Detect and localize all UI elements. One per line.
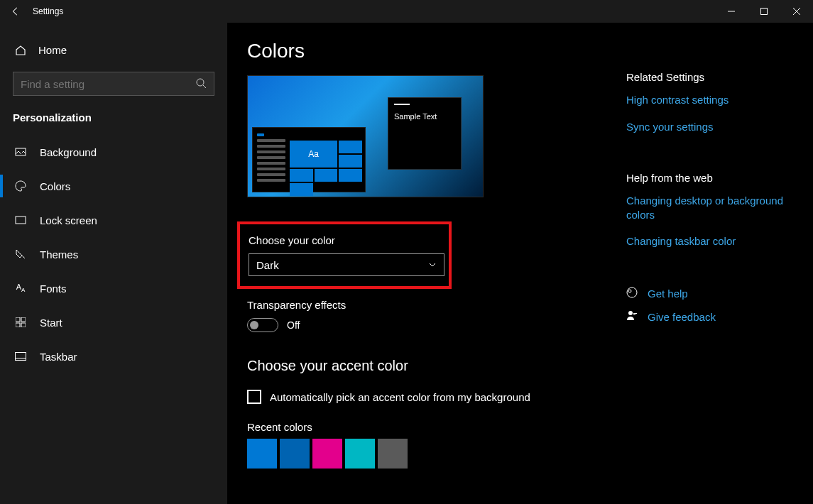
link-high-contrast[interactable]: High contrast settings [626, 93, 811, 107]
titlebar: Settings [0, 0, 813, 23]
svg-rect-11 [21, 323, 26, 327]
related-heading: Related Settings [626, 71, 811, 83]
svg-rect-17 [633, 313, 637, 314]
color-swatch[interactable] [312, 439, 342, 469]
sidebar-item-label: Start [40, 317, 62, 329]
chevron-down-icon [428, 259, 437, 271]
dropdown-value: Dark [256, 259, 279, 271]
color-swatch[interactable] [280, 439, 310, 469]
feedback-icon [626, 310, 638, 324]
color-mode-dropdown[interactable]: Dark [249, 253, 444, 276]
recent-colors [247, 439, 595, 469]
sidebar-item-label: Themes [40, 248, 78, 261]
theme-icon [14, 248, 27, 260]
search-box[interactable] [13, 72, 214, 96]
preview-aa: Aa [290, 141, 337, 168]
svg-point-15 [628, 290, 631, 292]
svg-rect-9 [21, 317, 26, 322]
help-icon [626, 287, 638, 300]
get-help-row[interactable]: Get help [626, 287, 811, 301]
auto-pick-checkbox[interactable] [247, 390, 261, 404]
transparency-toggle[interactable] [247, 318, 278, 332]
sidebar-item-fonts[interactable]: AA Fonts [0, 271, 227, 305]
feedback-row[interactable]: Give feedback [626, 310, 811, 324]
svg-rect-1 [761, 9, 768, 15]
sidebar-item-label: Taskbar [40, 351, 77, 363]
sidebar-item-label: Lock screen [40, 214, 97, 226]
link-sync[interactable]: Sync your settings [626, 120, 811, 134]
link-taskbar-color[interactable]: Changing taskbar color [626, 234, 811, 248]
maximize-button[interactable] [748, 0, 780, 23]
svg-rect-8 [16, 317, 20, 322]
svg-point-16 [628, 311, 633, 315]
svg-rect-10 [16, 323, 20, 327]
sidebar: Home Personalization Background Colors [0, 23, 227, 504]
search-icon [195, 77, 207, 91]
svg-line-5 [203, 85, 206, 88]
window-title: Settings [31, 6, 63, 16]
accent-heading: Choose your accent color [247, 358, 595, 374]
sidebar-item-themes[interactable]: Themes [0, 237, 227, 271]
sidebar-item-lockscreen[interactable]: Lock screen [0, 203, 227, 237]
svg-rect-7 [16, 217, 26, 224]
get-help-link[interactable]: Get help [648, 287, 688, 301]
sidebar-item-label: Colors [40, 180, 70, 192]
help-heading: Help from the web [626, 172, 811, 184]
right-column: Related Settings High contrast settings … [626, 40, 811, 504]
svg-point-4 [197, 79, 204, 86]
home-nav[interactable]: Home [0, 37, 227, 63]
page-title: Colors [247, 40, 595, 62]
transparency-label: Transparency effects [247, 299, 595, 311]
lock-icon [14, 214, 27, 226]
search-input[interactable] [21, 78, 195, 90]
svg-point-14 [627, 287, 637, 297]
auto-pick-label: Automatically pick an accent color from … [270, 391, 530, 403]
auto-pick-row[interactable]: Automatically pick an accent color from … [247, 390, 595, 404]
picture-icon [14, 146, 27, 158]
sidebar-item-taskbar[interactable]: Taskbar [0, 339, 227, 373]
start-icon [14, 317, 27, 327]
color-swatch[interactable] [378, 439, 408, 469]
toggle-state: Off [287, 319, 300, 331]
feedback-link[interactable]: Give feedback [648, 310, 716, 324]
sample-window: Sample Text [388, 97, 462, 170]
sidebar-item-label: Fonts [40, 283, 67, 295]
sample-text: Sample Text [394, 112, 455, 121]
svg-rect-12 [16, 353, 26, 361]
home-label: Home [38, 44, 67, 56]
taskbar-icon [14, 352, 27, 361]
link-bg-colors[interactable]: Changing desktop or background colors [626, 194, 811, 221]
close-button[interactable] [780, 0, 813, 23]
choose-color-label: Choose your color [249, 234, 440, 246]
palette-icon [14, 180, 27, 192]
color-swatch[interactable] [345, 439, 375, 469]
recent-colors-label: Recent colors [247, 421, 595, 433]
color-swatch[interactable] [247, 439, 277, 469]
section-label: Personalization [0, 111, 227, 135]
highlight-annotation: Choose your color Dark [237, 221, 452, 289]
svg-rect-18 [633, 314, 635, 315]
minimize-button[interactable] [715, 0, 748, 23]
color-preview: Aa Sample Text [247, 75, 484, 197]
sidebar-item-background[interactable]: Background [0, 135, 227, 169]
sidebar-item-label: Background [40, 146, 97, 158]
sidebar-item-colors[interactable]: Colors [0, 169, 227, 203]
taskbar-preview: Aa [252, 127, 366, 192]
back-button[interactable] [0, 0, 31, 23]
home-icon [14, 45, 27, 56]
fonts-icon: AA [14, 283, 27, 293]
sidebar-item-start[interactable]: Start [0, 305, 227, 339]
